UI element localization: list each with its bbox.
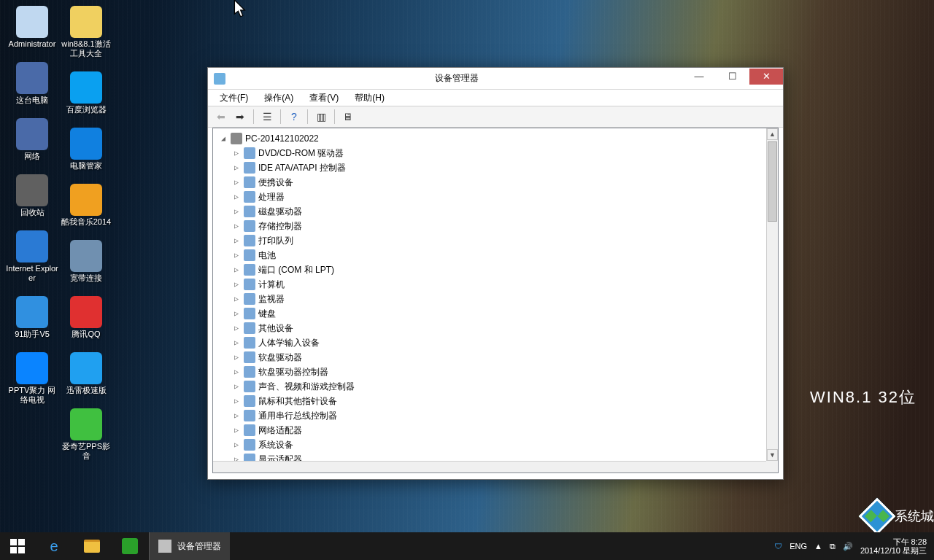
app-icon	[16, 62, 48, 94]
tree-category[interactable]: ▷软盘驱动器控制器	[216, 365, 766, 379]
properties-button[interactable]: ▥	[312, 108, 330, 125]
titlebar[interactable]: 设备管理器 — ☐ ✕	[208, 68, 783, 90]
tray-date: 2014/12/10 星期三	[860, 546, 927, 555]
forward-button[interactable]: ➡	[231, 108, 249, 125]
expand-icon[interactable]: ▷	[232, 306, 241, 321]
category-icon	[244, 395, 255, 407]
expand-icon[interactable]: ▷	[232, 394, 241, 408]
tray-clock[interactable]: 下午 8:28 2014/12/10 星期三	[860, 537, 927, 555]
taskbar-explorer-icon[interactable]	[73, 532, 111, 560]
expand-icon[interactable]: ▷	[232, 350, 241, 365]
tree-category[interactable]: ▷系统设备	[216, 438, 766, 452]
desktop-icon[interactable]: 91助手V5	[6, 296, 58, 339]
expand-icon[interactable]: ▷	[232, 277, 241, 292]
scroll-down-button[interactable]: ▼	[767, 449, 778, 461]
scroll-thumb[interactable]	[768, 141, 777, 222]
expand-icon[interactable]: ▷	[232, 321, 241, 335]
desktop-icon[interactable]: 酷我音乐2014	[60, 184, 112, 227]
expand-icon[interactable]: ▷	[232, 146, 241, 160]
desktop-icon[interactable]: 这台电脑	[6, 62, 58, 105]
tree-category[interactable]: ▷打印队列	[216, 233, 766, 248]
help-button[interactable]: ?	[285, 108, 303, 125]
collapse-icon[interactable]: ◢	[219, 131, 228, 146]
tree-category[interactable]: ▷声音、视频和游戏控制器	[216, 379, 766, 394]
tree-category[interactable]: ▷软盘驱动器	[216, 350, 766, 365]
desktop-icon[interactable]: win8&8.1激活工具大全	[60, 6, 112, 58]
maximize-button[interactable]: ☐	[716, 69, 749, 85]
desktop-icon[interactable]: Administrator	[6, 6, 58, 49]
tree-category[interactable]: ▷处理器	[216, 190, 766, 204]
tray-volume-icon[interactable]: 🔊	[843, 542, 853, 551]
expand-icon[interactable]: ▷	[232, 219, 241, 233]
expand-icon[interactable]: ▷	[232, 452, 241, 461]
menu-action[interactable]: 操作(A)	[257, 90, 301, 106]
tree-category[interactable]: ▷鼠标和其他指针设备	[216, 394, 766, 408]
desktop-icon[interactable]: PPTV聚力 网络电视	[6, 352, 58, 405]
taskbar-task-device-manager[interactable]: 设备管理器	[149, 532, 230, 560]
tree-category-label: IDE ATA/ATAPI 控制器	[258, 160, 346, 175]
tree-root[interactable]: ◢ PC-201412102022 ▷DVD/CD-ROM 驱动器▷IDE AT…	[216, 131, 766, 461]
expand-icon[interactable]: ▷	[232, 365, 241, 379]
start-button[interactable]	[0, 532, 35, 560]
show-hidden-button[interactable]: ☰	[258, 108, 276, 125]
tree-category[interactable]: ▷其他设备	[216, 321, 766, 335]
expand-icon[interactable]: ▷	[232, 233, 241, 248]
tree-category[interactable]: ▷人体学输入设备	[216, 335, 766, 350]
close-button[interactable]: ✕	[749, 69, 783, 85]
desktop-icon[interactable]: 回收站	[6, 174, 58, 217]
expand-icon[interactable]: ▷	[232, 292, 241, 306]
tree-category[interactable]: ▷计算机	[216, 277, 766, 292]
device-tree[interactable]: ◢ PC-201412102022 ▷DVD/CD-ROM 驱动器▷IDE AT…	[213, 128, 766, 461]
expand-icon[interactable]: ▷	[232, 160, 241, 175]
tree-category[interactable]: ▷电池	[216, 248, 766, 262]
expand-icon[interactable]: ▷	[232, 204, 241, 219]
horizontal-scrollbar[interactable]	[213, 461, 766, 472]
tree-category-label: 系统设备	[258, 438, 293, 452]
tray-shield-icon[interactable]: 🛡	[774, 542, 782, 551]
scan-hardware-button[interactable]: 🖥	[339, 108, 357, 125]
expand-icon[interactable]: ▷	[232, 438, 241, 452]
tree-category[interactable]: ▷DVD/CD-ROM 驱动器	[216, 146, 766, 160]
tray-network-icon[interactable]: ⧉	[830, 542, 835, 551]
desktop-icon[interactable]: 百度浏览器	[60, 71, 112, 114]
tree-category[interactable]: ▷IDE ATA/ATAPI 控制器	[216, 160, 766, 175]
desktop-icon[interactable]: 网络	[6, 118, 58, 161]
tray-lang[interactable]: ENG	[790, 542, 807, 551]
menu-view[interactable]: 查看(V)	[302, 90, 346, 106]
expand-icon[interactable]: ▷	[232, 262, 241, 277]
taskbar-app-icon[interactable]	[111, 532, 149, 560]
desktop-icon[interactable]: 迅雷极速版	[60, 352, 112, 395]
expand-icon[interactable]: ▷	[232, 423, 241, 438]
expand-icon[interactable]: ▷	[232, 408, 241, 423]
tree-category[interactable]: ▷便携设备	[216, 175, 766, 190]
desktop-icon[interactable]: 爱奇艺PPS影音	[60, 408, 112, 461]
scroll-up-button[interactable]: ▲	[767, 128, 778, 140]
back-button[interactable]: ⬅	[212, 108, 230, 125]
expand-icon[interactable]: ▷	[232, 175, 241, 190]
vertical-scrollbar[interactable]: ▲ ▼	[766, 128, 778, 461]
expand-icon[interactable]: ▷	[232, 248, 241, 262]
tree-category[interactable]: ▷磁盘驱动器	[216, 204, 766, 219]
menu-file[interactable]: 文件(F)	[212, 90, 255, 106]
tree-category[interactable]: ▷显示适配器	[216, 452, 766, 461]
tree-category[interactable]: ▷端口 (COM 和 LPT)	[216, 262, 766, 277]
desktop-icon[interactable]: 电脑管家	[60, 128, 112, 171]
tree-category[interactable]: ▷存储控制器	[216, 219, 766, 233]
expand-icon[interactable]: ▷	[232, 379, 241, 394]
minimize-button[interactable]: —	[682, 69, 716, 85]
desktop-icon[interactable]: Internet Explorer	[6, 230, 58, 283]
app-icon	[70, 184, 102, 216]
tree-category-label: 端口 (COM 和 LPT)	[258, 262, 334, 277]
tree-category[interactable]: ▷键盘	[216, 306, 766, 321]
desktop-icon[interactable]: 宽带连接	[60, 240, 112, 283]
menu-help[interactable]: 帮助(H)	[347, 90, 392, 106]
taskbar-ie-icon[interactable]: e	[35, 532, 73, 560]
expand-icon[interactable]: ▷	[232, 335, 241, 350]
tree-category[interactable]: ▷通用串行总线控制器	[216, 408, 766, 423]
tree-category[interactable]: ▷监视器	[216, 292, 766, 306]
desktop-icon[interactable]: 腾讯QQ	[60, 296, 112, 339]
tray-flag-icon[interactable]: ▲	[814, 542, 822, 551]
expand-icon[interactable]: ▷	[232, 190, 241, 204]
desktop-icon-label: Administrator	[6, 39, 58, 49]
tree-category[interactable]: ▷网络适配器	[216, 423, 766, 438]
